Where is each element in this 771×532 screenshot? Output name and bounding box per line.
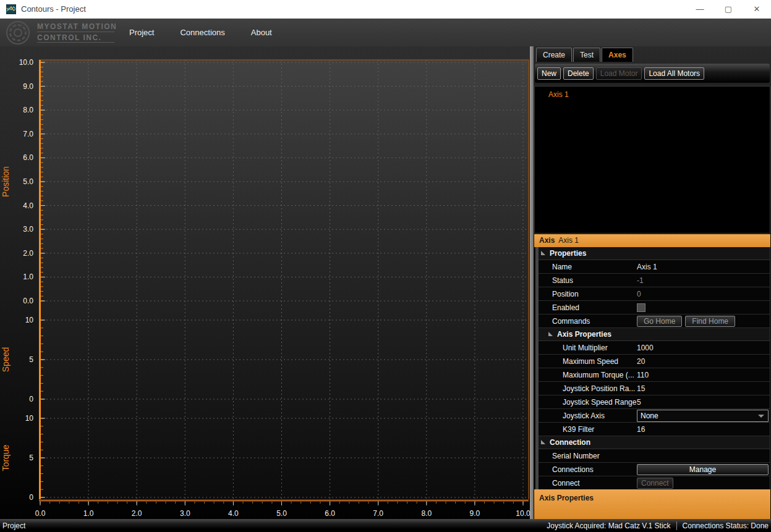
k39-filter-value[interactable]: 16 [637, 425, 770, 434]
row-joystick-speed-range: Joystick Speed Range 5 [539, 395, 770, 409]
maximum-speed-label: Maximum Speed [539, 357, 637, 366]
svg-text:10: 10 [25, 414, 34, 423]
maximum-speed-value[interactable]: 20 [637, 357, 770, 366]
svg-text:10.0: 10.0 [516, 509, 530, 518]
enabled-checkbox[interactable] [637, 303, 645, 312]
joystick-speed-range-value[interactable]: 5 [637, 398, 770, 407]
svg-text:4.0: 4.0 [228, 509, 239, 518]
position-value: 0 [637, 290, 770, 298]
row-connect: Connect Connect [539, 476, 770, 489]
commands-label: Commands [539, 317, 637, 326]
position-label: Position [539, 290, 637, 298]
row-connections: Connections Manage [539, 463, 770, 476]
minimize-icon[interactable]: — [686, 0, 714, 19]
menu-item-connections[interactable]: Connections [176, 25, 228, 40]
delete-button[interactable]: Delete [563, 67, 594, 80]
window-title: Contours - Project [21, 0, 86, 19]
list-item-axis-1[interactable]: Axis 1 [535, 87, 770, 99]
svg-text:9.0: 9.0 [470, 509, 480, 518]
axis-properties-footer: Axis Properties [534, 489, 770, 519]
group-header-connection[interactable]: Connection [539, 436, 770, 449]
load-all-motors-button[interactable]: Load All Motors [644, 67, 704, 80]
svg-text:Speed: Speed [1, 347, 11, 372]
chart-svg: 0.01.02.03.04.05.06.07.08.09.010.0Positi… [0, 46, 533, 519]
maximum-torque-label: Maxiumum Torque (... [539, 371, 637, 379]
selection-category: Axis [539, 236, 555, 245]
find-home-button[interactable]: Find Home [685, 316, 735, 327]
row-position: Position 0 [539, 287, 770, 301]
svg-text:0.0: 0.0 [35, 509, 46, 518]
svg-text:Torque: Torque [1, 444, 11, 471]
svg-text:10.0: 10.0 [19, 58, 34, 67]
maximize-icon[interactable]: ▢ [714, 0, 743, 19]
selection-header: AxisAxis 1 [534, 234, 770, 247]
status-value: -1 [637, 276, 770, 285]
svg-text:5: 5 [29, 454, 33, 462]
close-icon[interactable]: ✕ [743, 0, 771, 19]
svg-text:8.0: 8.0 [23, 106, 33, 114]
status-joystick: Joystick Acquired: Mad Catz V.1 Stick [547, 521, 670, 530]
manage-button[interactable]: Manage [637, 464, 769, 475]
new-button[interactable]: New [537, 67, 561, 80]
tab-create[interactable]: Create [536, 48, 572, 62]
joystick-position-range-value[interactable]: 15 [637, 384, 770, 393]
svg-text:1.0: 1.0 [83, 509, 94, 518]
statusbar: Project Joystick Acquired: Mad Catz V.1 … [0, 519, 771, 532]
enabled-label: Enabled [539, 303, 637, 312]
joystick-axis-selected: None [641, 412, 658, 420]
group-header-axis-properties[interactable]: Axis Properties [539, 328, 770, 341]
name-value[interactable]: Axis 1 [637, 263, 770, 271]
row-unit-multiplier: Unit Multiplier 1000 [539, 341, 770, 355]
menubar: MYOSTAT MOTION CONTROL INC. Project Conn… [0, 19, 771, 46]
tab-row: Create Test Axes [536, 48, 633, 62]
tab-axes[interactable]: Axes [602, 48, 633, 62]
go-home-button[interactable]: Go Home [637, 316, 682, 327]
svg-text:2.0: 2.0 [23, 249, 33, 258]
row-maximum-torque: Maxiumum Torque (... 110 [539, 368, 770, 382]
status-label: Status [539, 276, 637, 285]
row-enabled: Enabled [539, 301, 770, 315]
row-serial-number: Serial Number [539, 449, 770, 463]
status-divider [676, 521, 677, 530]
svg-text:7.0: 7.0 [23, 130, 33, 138]
logo-text: MYOSTAT MOTION CONTROL INC. [37, 22, 114, 43]
menu-item-about[interactable]: About [247, 25, 276, 40]
svg-text:0: 0 [29, 395, 33, 403]
row-joystick-axis: Joystick Axis None [539, 409, 770, 423]
logo-line1: MYOSTAT MOTION [37, 22, 114, 32]
unit-multiplier-value[interactable]: 1000 [637, 344, 770, 352]
expander-icon[interactable] [541, 251, 545, 255]
joystick-speed-range-label: Joystick Speed Range [539, 398, 637, 407]
svg-text:4.0: 4.0 [23, 201, 33, 210]
myostat-logo-icon [6, 20, 33, 45]
connect-label: Connect [539, 479, 637, 488]
tab-test[interactable]: Test [573, 48, 600, 62]
titlebar: Contours - Project — ▢ ✕ [0, 0, 771, 19]
connections-label: Connections [539, 465, 637, 474]
menu-items: Project Connections About [126, 19, 276, 46]
svg-text:7.0: 7.0 [373, 509, 383, 518]
svg-text:5.0: 5.0 [276, 509, 287, 518]
name-label: Name [539, 263, 637, 271]
group-header-properties[interactable]: Properties [539, 247, 770, 260]
row-name: Name Axis 1 [539, 260, 770, 274]
svg-text:2.0: 2.0 [132, 509, 142, 518]
window-controls: — ▢ ✕ [686, 0, 771, 19]
svg-text:10: 10 [25, 316, 34, 324]
expander-icon[interactable] [548, 332, 553, 336]
logo-line2: CONTROL INC. [37, 33, 114, 43]
load-motor-button: Load Motor [596, 67, 642, 80]
row-joystick-position-range: Joystick Position Ra... 15 [539, 382, 770, 395]
svg-text:6.0: 6.0 [325, 509, 335, 518]
svg-text:5: 5 [29, 355, 33, 364]
row-commands: Commands Go Home Find Home [539, 315, 770, 328]
joystick-axis-label: Joystick Axis [539, 412, 637, 420]
expander-icon[interactable] [541, 440, 545, 444]
unit-multiplier-label: Unit Multiplier [539, 344, 637, 352]
joystick-axis-dropdown[interactable]: None [637, 410, 769, 422]
svg-text:0.0: 0.0 [23, 297, 33, 305]
status-connections: Connections Status: Done [683, 521, 769, 530]
property-grid: Properties Name Axis 1 Status -1 Positio… [534, 247, 770, 489]
maximum-torque-value[interactable]: 110 [637, 371, 770, 379]
menu-item-project[interactable]: Project [126, 25, 158, 40]
